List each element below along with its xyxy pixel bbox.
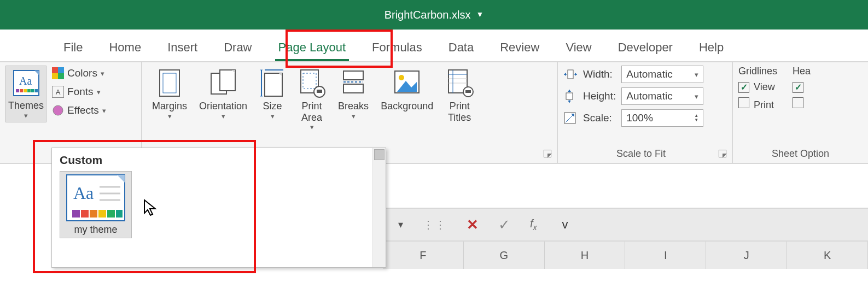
group-sheet-options: Gridlines ✓View Print Hea ✓ Sheet Option — [733, 62, 868, 163]
headings-print-checkbox[interactable] — [793, 97, 811, 111]
svg-rect-30 — [343, 84, 363, 93]
col-header-k[interactable]: K — [787, 242, 868, 269]
chevron-down-icon: ▾ — [97, 88, 101, 96]
effects-icon — [52, 104, 64, 116]
chevron-down-icon: ▾ — [310, 123, 314, 131]
document-title: BrightCarbon.xlsx — [385, 9, 471, 21]
gridlines-view-checkbox[interactable]: ✓View — [738, 81, 777, 93]
tab-draw[interactable]: Draw — [211, 33, 265, 61]
scale-to-fit-label: Scale to Fit — [616, 148, 666, 160]
svg-marker-51 — [568, 101, 571, 103]
tab-help[interactable]: Help — [686, 33, 737, 61]
fx-icon[interactable]: fx — [530, 218, 537, 232]
cursor-icon — [143, 199, 159, 218]
name-box-dropdown[interactable]: ▾ — [398, 219, 403, 231]
height-combo[interactable]: Automatic▾ — [621, 87, 703, 105]
svg-rect-17 — [220, 70, 235, 91]
tab-formulas[interactable]: Formulas — [359, 33, 435, 61]
svg-rect-66 — [116, 210, 123, 218]
tab-home[interactable]: Home — [96, 33, 154, 61]
breaks-button[interactable]: Breaks▾ — [334, 66, 373, 122]
svg-marker-44 — [564, 73, 566, 76]
tab-data[interactable]: Data — [435, 33, 487, 61]
svg-rect-28 — [317, 90, 322, 93]
svg-rect-7 — [31, 89, 34, 92]
formula-bar: ▾ ⋮⋮ ✕ ✓ fx v — [383, 209, 868, 242]
svg-rect-14 — [160, 70, 179, 96]
col-header-h[interactable]: H — [545, 242, 626, 269]
col-header-i[interactable]: I — [625, 242, 706, 269]
dropdown-scrollbar[interactable] — [372, 148, 386, 267]
chevron-down-icon: ▾ — [222, 112, 225, 120]
formula-input[interactable]: v — [562, 218, 568, 232]
tab-developer[interactable]: Developer — [605, 33, 686, 61]
svg-rect-12 — [58, 73, 64, 79]
size-button[interactable]: Size▾ — [255, 66, 290, 122]
themes-button[interactable]: Aa Themes ▾ — [5, 66, 46, 122]
grip-icon[interactable]: ⋮⋮ — [423, 218, 447, 231]
title-dropdown-icon[interactable]: ▼ — [476, 10, 483, 19]
print-titles-button[interactable]: Print Titles — [441, 66, 478, 125]
svg-rect-65 — [107, 210, 115, 218]
theme-colors-button[interactable]: Colors ▾ — [50, 66, 108, 81]
svg-rect-64 — [98, 210, 106, 218]
chevron-down-icon: ▾ — [102, 107, 106, 115]
chevron-down-icon: ▾ — [168, 112, 172, 120]
print-area-icon — [298, 68, 326, 98]
svg-rect-5 — [24, 89, 27, 92]
chevron-down-icon: ▾ — [101, 69, 104, 78]
breaks-icon — [340, 68, 366, 98]
spinner-arrows-icon: ▲▼ — [694, 114, 698, 122]
svg-rect-63 — [90, 210, 97, 218]
theme-tile-caption: my theme — [74, 224, 117, 236]
page-setup-launcher[interactable] — [544, 150, 551, 157]
fonts-icon: A — [52, 86, 64, 98]
scale-spinner[interactable]: 100%▲▼ — [621, 109, 703, 127]
print-titles-icon — [445, 68, 474, 98]
ribbon-tabs: File Home Insert Draw Page Layout Formul… — [0, 30, 868, 62]
headings-view-checkbox[interactable]: ✓ — [793, 81, 811, 93]
svg-text:Aa: Aa — [19, 75, 32, 87]
accept-formula-button[interactable]: ✓ — [498, 216, 510, 233]
tab-review[interactable]: Review — [487, 33, 552, 61]
svg-rect-61 — [72, 210, 80, 218]
gridlines-print-checkbox[interactable]: Print — [738, 97, 777, 111]
svg-rect-6 — [27, 89, 31, 92]
svg-rect-11 — [52, 73, 58, 79]
margins-icon — [156, 68, 183, 98]
worksheet-area: ▾ ⋮⋮ ✕ ✓ fx v F G H I J K — [383, 208, 868, 288]
chevron-down-icon: ▾ — [695, 92, 698, 101]
svg-rect-42 — [568, 70, 573, 79]
col-header-f[interactable]: F — [383, 242, 464, 269]
orientation-button[interactable]: Orientation▾ — [195, 66, 252, 122]
tab-page-layout[interactable]: Page Layout — [265, 33, 359, 61]
tab-view[interactable]: View — [552, 33, 604, 61]
tab-file[interactable]: File — [50, 33, 96, 61]
cancel-formula-button[interactable]: ✕ — [467, 216, 479, 233]
print-area-button[interactable]: Print Area▾ — [293, 66, 330, 133]
margins-button[interactable]: Margins▾ — [148, 66, 191, 122]
svg-marker-46 — [575, 73, 577, 76]
scale-launcher[interactable] — [719, 150, 726, 157]
svg-text:Aa: Aa — [73, 183, 94, 203]
col-header-g[interactable]: G — [464, 242, 545, 269]
titlebar: BrightCarbon.xlsx ▼ — [0, 0, 868, 30]
theme-tile-my-theme[interactable]: Aa my theme — [60, 171, 132, 238]
col-header-j[interactable]: J — [706, 242, 787, 269]
headings-label: Hea — [793, 66, 811, 77]
chevron-down-icon: ▾ — [24, 111, 28, 120]
svg-rect-41 — [465, 90, 471, 93]
tab-insert[interactable]: Insert — [154, 33, 211, 61]
width-combo[interactable]: Automatic▾ — [621, 66, 703, 83]
svg-rect-29 — [343, 71, 363, 80]
svg-point-33 — [399, 75, 404, 80]
background-button[interactable]: Background — [376, 66, 438, 114]
theme-fonts-button[interactable]: A Fonts ▾ — [50, 84, 108, 99]
svg-rect-9 — [52, 67, 58, 73]
themes-icon: Aa — [11, 68, 41, 98]
scale-label: Scale: — [583, 112, 616, 124]
theme-effects-button[interactable]: Effects ▾ — [50, 103, 108, 118]
svg-rect-3 — [16, 89, 19, 92]
group-scale-to-fit: Width: Automatic▾ Height: Automatic▾ Sca… — [558, 62, 733, 163]
theme-thumbnail-icon: Aa — [66, 174, 126, 222]
